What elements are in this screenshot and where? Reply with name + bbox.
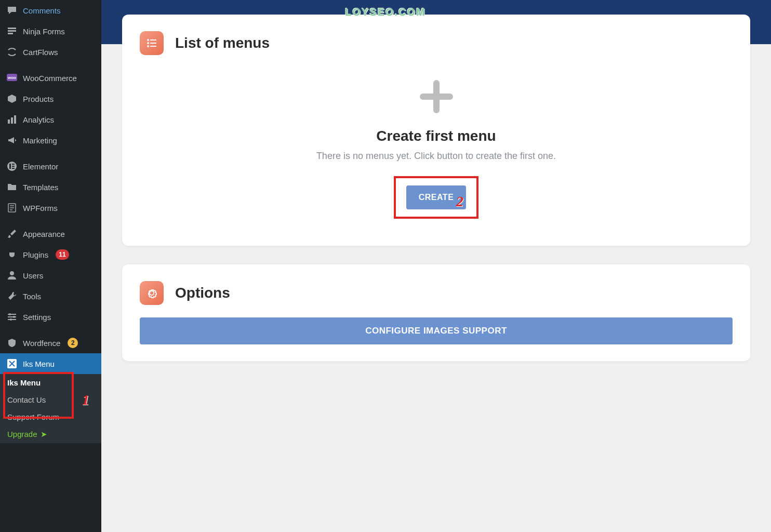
empty-state: Create first menu There is no menus yet.… bbox=[140, 60, 733, 229]
watermark-text: LOYSEO.COM bbox=[345, 6, 426, 18]
settings-icon bbox=[6, 311, 18, 323]
sidebar-item-iksmenu[interactable]: Iks Menu bbox=[0, 353, 101, 374]
sidebar-item-cartflows[interactable]: CartFlows bbox=[0, 42, 101, 62]
svg-point-21 bbox=[9, 313, 11, 315]
admin-sidebar: Comments Ninja Forms CartFlows woo WooCo… bbox=[0, 0, 101, 532]
sidebar-item-wordfence[interactable]: Wordfence 2 bbox=[0, 332, 101, 353]
svg-rect-9 bbox=[9, 164, 11, 169]
sidebar-item-label: CartFlows bbox=[23, 48, 58, 57]
sidebar-item-analytics[interactable]: Analytics bbox=[0, 109, 101, 130]
svg-point-22 bbox=[13, 316, 15, 318]
submenu-label: Upgrade bbox=[7, 430, 37, 438]
svg-rect-5 bbox=[8, 119, 10, 124]
sidebar-item-elementor[interactable]: Elementor bbox=[0, 156, 101, 177]
annotation-number-1: 1 bbox=[82, 392, 89, 408]
wordfence-badge: 2 bbox=[68, 338, 78, 348]
svg-point-23 bbox=[10, 318, 12, 321]
sidebar-item-appearance[interactable]: Appearance bbox=[0, 223, 101, 244]
form-icon bbox=[6, 25, 18, 37]
megaphone-icon bbox=[6, 135, 18, 146]
arrow-icon: ➤ bbox=[41, 430, 47, 439]
woo-icon: woo bbox=[6, 72, 18, 84]
sidebar-item-label: Wordfence bbox=[23, 339, 60, 348]
sidebar-item-label: WooCommerce bbox=[23, 74, 77, 83]
sidebar-item-label: Analytics bbox=[23, 115, 54, 124]
wpforms-icon bbox=[6, 202, 18, 214]
svg-rect-6 bbox=[11, 117, 13, 124]
options-card-title: Options bbox=[175, 285, 230, 301]
sidebar-item-label: Users bbox=[23, 271, 43, 280]
empty-subtitle: There is no menus yet. Click button to c… bbox=[316, 151, 556, 162]
svg-rect-28 bbox=[150, 43, 156, 44]
elementor-icon bbox=[6, 161, 18, 172]
iks-icon bbox=[6, 358, 18, 369]
user-icon bbox=[6, 270, 18, 281]
sidebar-item-tools[interactable]: Tools bbox=[0, 286, 101, 307]
sidebar-item-label: Templates bbox=[23, 183, 58, 192]
cartflows-icon bbox=[6, 46, 18, 58]
empty-title: Create first menu bbox=[376, 128, 496, 144]
sidebar-item-label: Iks Menu bbox=[23, 360, 55, 368]
submenu-label: Iks Menu bbox=[7, 378, 41, 387]
svg-point-27 bbox=[147, 42, 149, 44]
svg-rect-30 bbox=[150, 46, 156, 47]
main-content: LOYSEO.COM List of menus Create first me… bbox=[101, 0, 771, 532]
sidebar-item-woocommerce[interactable]: woo WooCommerce bbox=[0, 68, 101, 88]
svg-rect-0 bbox=[8, 28, 16, 29]
plugins-badge: 11 bbox=[56, 249, 69, 260]
sidebar-item-label: Settings bbox=[23, 313, 51, 322]
sidebar-item-label: WPForms bbox=[23, 204, 58, 212]
submenu-item-upgrade[interactable]: Upgrade➤ bbox=[0, 425, 101, 443]
options-card: Options CONFIGURE IMAGES SUPPORT bbox=[122, 264, 750, 361]
annotation-number-2: 2 bbox=[456, 193, 463, 210]
sidebar-item-label: Products bbox=[23, 95, 54, 103]
sidebar-item-settings[interactable]: Settings bbox=[0, 307, 101, 327]
configure-images-button[interactable]: CONFIGURE IMAGES SUPPORT bbox=[140, 317, 733, 344]
sidebar-item-label: Elementor bbox=[23, 162, 58, 171]
sidebar-item-wpforms[interactable]: WPForms bbox=[0, 197, 101, 218]
create-highlight-box: CREATE bbox=[394, 176, 479, 219]
sidebar-item-products[interactable]: Products bbox=[0, 88, 101, 109]
svg-text:woo: woo bbox=[7, 75, 16, 80]
sidebar-item-comments[interactable]: Comments bbox=[0, 0, 101, 21]
sidebar-item-marketing[interactable]: Marketing bbox=[0, 130, 101, 151]
comment-icon bbox=[6, 5, 18, 16]
chart-icon bbox=[6, 114, 18, 125]
submenu-item-support[interactable]: Support Forum bbox=[0, 408, 101, 425]
box-icon bbox=[6, 93, 18, 104]
sidebar-item-ninjaforms[interactable]: Ninja Forms bbox=[0, 21, 101, 42]
plug-icon bbox=[6, 249, 18, 260]
svg-rect-26 bbox=[150, 39, 156, 41]
wordfence-icon bbox=[6, 337, 18, 349]
svg-rect-32 bbox=[420, 94, 453, 100]
submenu-item-iksmenu[interactable]: Iks Menu bbox=[0, 374, 101, 391]
svg-rect-1 bbox=[8, 30, 16, 32]
submenu-label: Contact Us bbox=[7, 395, 46, 404]
svg-rect-7 bbox=[14, 115, 16, 124]
sidebar-item-plugins[interactable]: Plugins 11 bbox=[0, 244, 101, 265]
brush-icon bbox=[6, 228, 18, 240]
sidebar-item-label: Appearance bbox=[23, 230, 65, 238]
sidebar-item-users[interactable]: Users bbox=[0, 265, 101, 286]
menus-card: List of menus Create first menu There is… bbox=[122, 15, 750, 246]
sidebar-item-label: Plugins bbox=[23, 250, 48, 259]
sidebar-item-label: Comments bbox=[23, 6, 61, 15]
list-icon bbox=[140, 31, 164, 55]
gear-icon bbox=[140, 281, 164, 305]
svg-rect-11 bbox=[12, 166, 15, 167]
wrench-icon bbox=[6, 290, 18, 302]
svg-rect-12 bbox=[12, 168, 15, 169]
sidebar-item-templates[interactable]: Templates bbox=[0, 177, 101, 197]
sidebar-item-label: Marketing bbox=[23, 136, 57, 145]
svg-point-25 bbox=[147, 39, 149, 41]
submenu-label: Support Forum bbox=[7, 413, 59, 421]
plus-icon bbox=[416, 76, 457, 117]
svg-point-29 bbox=[147, 45, 149, 47]
menus-card-title: List of menus bbox=[175, 35, 270, 51]
svg-rect-2 bbox=[8, 33, 13, 34]
sidebar-item-label: Ninja Forms bbox=[23, 27, 65, 36]
svg-rect-10 bbox=[12, 164, 15, 165]
folder-icon bbox=[6, 181, 18, 193]
sidebar-item-label: Tools bbox=[23, 292, 41, 301]
svg-point-17 bbox=[10, 271, 14, 275]
